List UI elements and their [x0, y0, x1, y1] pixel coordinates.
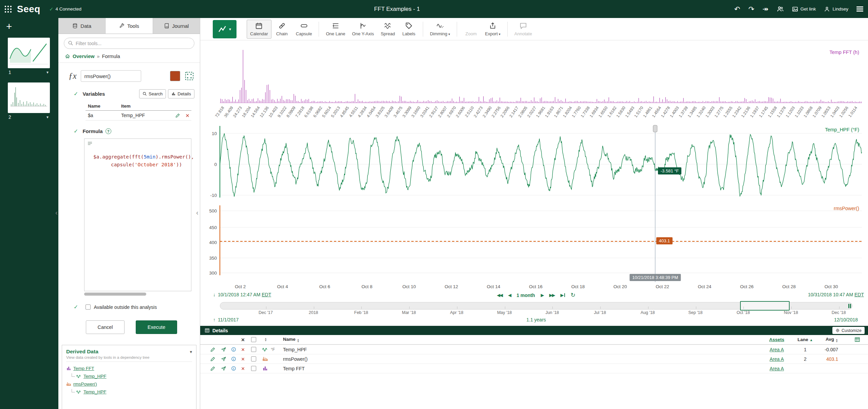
- info-icon[interactable]: [231, 366, 236, 371]
- users-icon[interactable]: [777, 5, 784, 13]
- timeline-selection[interactable]: [740, 301, 789, 311]
- toolbar-button[interactable]: Export▾: [482, 20, 504, 39]
- step-forward-icon[interactable]: ▶: [541, 293, 544, 298]
- worksheet-thumb-2[interactable]: 2 ▾: [8, 82, 51, 120]
- columns-icon[interactable]: [854, 337, 860, 342]
- row-checkbox[interactable]: [251, 366, 256, 371]
- derived-item-link[interactable]: Temp_HPF: [83, 374, 107, 379]
- tab-journal[interactable]: Journal: [153, 18, 200, 34]
- hscrollbar-thumb[interactable]: [84, 293, 146, 296]
- asset-matrix-icon[interactable]: [184, 71, 194, 81]
- toolbar-button[interactable]: Spread: [377, 20, 398, 39]
- formula-code-editor[interactable]: $a.aggregate(fft(5min).rmsPower(),capsul…: [84, 138, 191, 291]
- breadcrumb-overview-link[interactable]: Overview: [73, 54, 95, 59]
- item-name[interactable]: rmsPower(): [283, 356, 758, 362]
- up-arrow-icon[interactable]: ↑: [213, 317, 215, 322]
- investigate-end[interactable]: 12/10/2018: [834, 317, 858, 322]
- toolbar-button[interactable]: Calendar: [247, 20, 271, 39]
- timezone-link[interactable]: EDT: [854, 292, 864, 297]
- range-duration-label[interactable]: 1 month: [516, 293, 535, 298]
- row-checkbox[interactable]: [251, 356, 256, 361]
- collapse-rail-icon[interactable]: ‹: [55, 209, 58, 217]
- toolbar-button[interactable]: Zoom: [460, 20, 482, 39]
- row-checkbox[interactable]: [251, 347, 256, 352]
- remove-item-icon[interactable]: [241, 366, 245, 371]
- edit-variable-icon[interactable]: [175, 113, 180, 118]
- refresh-icon[interactable]: ↻: [571, 292, 575, 299]
- send-item-icon[interactable]: [221, 347, 226, 352]
- customize-button[interactable]: Customize: [832, 327, 865, 334]
- formula-code[interactable]: $a.aggregate(fft(5min).rmsPower(),capsul…: [93, 153, 188, 169]
- asset-link[interactable]: Area A: [770, 347, 784, 352]
- send-item-icon[interactable]: [221, 366, 226, 371]
- edit-item-icon[interactable]: [210, 366, 215, 371]
- undo-icon[interactable]: ↶: [734, 5, 740, 13]
- collapse-tools-icon[interactable]: ‹: [196, 209, 199, 217]
- timeline-scrubber[interactable]: [220, 302, 852, 310]
- color-swatch-button[interactable]: [170, 71, 180, 81]
- item-name[interactable]: Temp FFT: [283, 366, 758, 371]
- step-to-end-icon[interactable]: ▶: [561, 293, 565, 298]
- derived-item-link[interactable]: Temp_HPF: [83, 389, 107, 394]
- cancel-button[interactable]: Cancel: [86, 320, 125, 334]
- edit-item-icon[interactable]: [210, 347, 215, 352]
- variables-details-button[interactable]: Details: [168, 89, 194, 98]
- info-icon[interactable]: [231, 356, 236, 361]
- send-item-icon[interactable]: [221, 356, 226, 362]
- toolbar-button[interactable]: Chain: [271, 20, 293, 39]
- worksheet-2-menu-icon[interactable]: ▾: [46, 115, 49, 119]
- details-row[interactable]: Temp FFT Area A: [200, 364, 868, 373]
- step-back-full-icon[interactable]: ◀◀: [497, 293, 502, 298]
- worksheet-thumb-1[interactable]: 1 ▾: [8, 38, 51, 75]
- name-header[interactable]: Name▲▼: [283, 337, 758, 343]
- sort-type-icon[interactable]: ▲▼: [264, 338, 267, 342]
- toolbar-button[interactable]: One Lane: [322, 20, 348, 39]
- details-row[interactable]: rmsPower() Area A 2 403.1: [200, 354, 868, 364]
- remove-all-header[interactable]: ✕: [238, 337, 248, 342]
- derived-item-link[interactable]: Temp FFT: [73, 366, 94, 371]
- fast-forward-icon[interactable]: ↠: [762, 5, 769, 13]
- derived-collapse-icon[interactable]: ▾: [190, 349, 192, 354]
- home-icon[interactable]: [65, 54, 70, 59]
- get-link-button[interactable]: Get link: [792, 6, 816, 12]
- variables-search-button[interactable]: Search: [139, 89, 166, 98]
- toolbar-button[interactable]: Labels: [398, 20, 419, 39]
- trend-chart-area[interactable]: 100-1050045040035030072.81836.40924.2731…: [200, 40, 868, 291]
- toolbar-button[interactable]: Dimming▾: [427, 20, 453, 39]
- toolbar-button[interactable]: One Y-Axis: [349, 20, 377, 39]
- user-menu[interactable]: Lindsey: [824, 6, 848, 12]
- tab-data[interactable]: Data: [58, 18, 106, 34]
- remove-item-icon[interactable]: [241, 357, 245, 361]
- add-worksheet-button[interactable]: +: [0, 21, 58, 34]
- worksheet-1-menu-icon[interactable]: ▾: [46, 70, 49, 75]
- toolbar-button[interactable]: Capsule: [293, 20, 316, 39]
- remove-item-icon[interactable]: [241, 347, 245, 352]
- avg-header[interactable]: Avg▲▼: [815, 337, 846, 343]
- details-row[interactable]: °F Temp_HPF Area A 1 -0.007: [200, 345, 868, 354]
- filter-tools-input[interactable]: [64, 38, 194, 49]
- step-forward-full-icon[interactable]: ▶▶: [549, 293, 555, 298]
- select-all-checkbox[interactable]: [251, 337, 256, 342]
- tab-tools[interactable]: Tools: [106, 18, 153, 34]
- trend-chart[interactable]: 100-1050045040035030072.81836.40924.2731…: [200, 40, 868, 291]
- apps-grid-icon[interactable]: [4, 5, 12, 13]
- info-icon[interactable]: [231, 347, 236, 352]
- derived-item-link[interactable]: rmsPower(): [73, 382, 97, 387]
- available-checkbox[interactable]: [86, 304, 91, 310]
- remove-variable-icon[interactable]: [185, 113, 190, 118]
- asset-link[interactable]: Area A: [770, 366, 784, 371]
- step-back-icon[interactable]: ◀: [508, 293, 511, 298]
- asset-link[interactable]: Area A: [770, 356, 784, 362]
- formula-name-input[interactable]: [81, 70, 141, 82]
- timeline-end-grip[interactable]: [848, 304, 851, 308]
- redo-icon[interactable]: ↷: [748, 5, 754, 13]
- formula-help-icon[interactable]: ?: [106, 128, 111, 134]
- assets-header[interactable]: Assets: [758, 337, 795, 342]
- toolbar-button[interactable]: Annotate: [511, 20, 535, 39]
- item-name[interactable]: Temp_HPF: [283, 347, 758, 352]
- execute-button[interactable]: Execute: [136, 320, 177, 334]
- lane-header[interactable]: Lane▲: [795, 337, 815, 342]
- edit-item-icon[interactable]: [210, 356, 215, 362]
- display-type-dropdown[interactable]: ▾: [213, 20, 237, 38]
- down-arrow-icon[interactable]: ↓: [213, 292, 215, 297]
